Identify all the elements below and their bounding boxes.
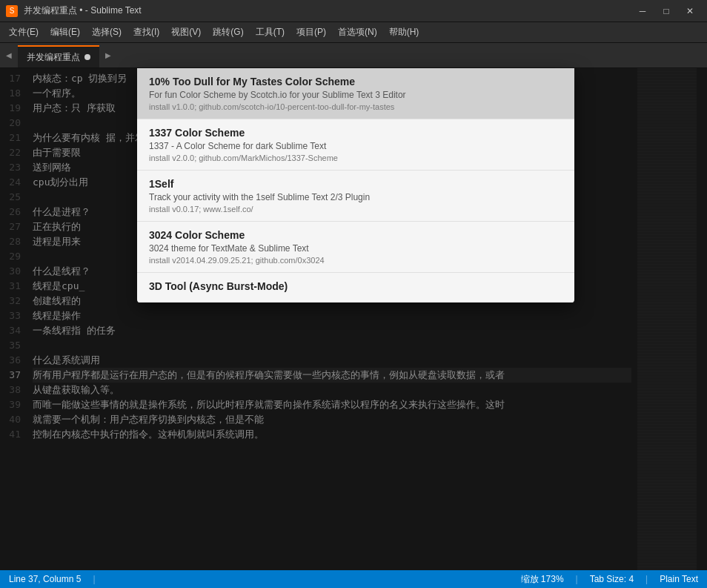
- item-desc-1: For fun Color Scheme by Scotch.io for yo…: [149, 90, 562, 100]
- status-syntax[interactable]: Plain Text: [660, 574, 698, 584]
- item-title-5: 3D Tool (Async Burst-Mode): [149, 280, 562, 292]
- menu-edit[interactable]: 编辑(E): [44, 24, 86, 41]
- item-desc-2: 1337 - A Color Scheme for dark Sublime T…: [149, 141, 562, 151]
- menu-file[interactable]: 文件(E): [3, 24, 44, 41]
- item-title-1: 10% Too Dull for My Tastes Color Scheme: [149, 76, 562, 87]
- maximize-button[interactable]: □: [655, 4, 677, 19]
- menu-tools[interactable]: 工具(T): [250, 24, 291, 41]
- status-line-col[interactable]: Line 37, Column 5: [9, 574, 81, 584]
- menu-find[interactable]: 查找(I): [127, 24, 165, 41]
- status-encoding[interactable]: 缩放 173%: [521, 573, 564, 586]
- dropdown-item-5[interactable]: 3D Tool (Async Burst-Mode): [137, 273, 574, 303]
- item-title-3: 1Self: [149, 178, 562, 190]
- app-icon: S: [6, 5, 18, 17]
- tab-label: 并发编程重点: [27, 51, 80, 64]
- item-install-4: install v2014.04.29.09.25.21; github.com…: [149, 256, 562, 265]
- menu-bar: 文件(E) 编辑(E) 选择(S) 查找(I) 视图(V) 跳转(G) 工具(T…: [0, 22, 707, 43]
- package-dropdown: 10% Too Dull for My Tastes Color Scheme …: [137, 68, 574, 303]
- menu-project[interactable]: 项目(P): [291, 24, 332, 41]
- window-title: 并发编程重点 • - Sublime Text: [24, 4, 142, 17]
- main-area: 17 18 19 20 21 22 23 24 25 26 27 28 29 3…: [0, 68, 707, 570]
- item-desc-4: 3024 theme for TextMate & Sublime Text: [149, 243, 562, 254]
- close-button[interactable]: ✕: [679, 4, 701, 19]
- tab-concurrent[interactable]: 并发编程重点: [18, 45, 99, 67]
- item-desc-3: Track your activity with the 1self Subli…: [149, 192, 562, 202]
- dropdown-item-4[interactable]: 3024 Color Scheme 3024 theme for TextMat…: [137, 222, 574, 273]
- dropdown-item-3[interactable]: 1Self Track your activity with the 1self…: [137, 171, 574, 222]
- menu-goto[interactable]: 跳转(G): [207, 24, 249, 41]
- tab-modified-dot: [84, 54, 90, 60]
- tab-right-arrow[interactable]: ▶: [99, 42, 117, 67]
- window-controls: ─ □ ✕: [631, 4, 701, 19]
- minimize-button[interactable]: ─: [631, 4, 654, 19]
- menu-preferences[interactable]: 首选项(N): [332, 24, 383, 41]
- item-title-2: 1337 Color Scheme: [149, 127, 562, 139]
- menu-select[interactable]: 选择(S): [86, 24, 127, 41]
- item-install-1: install v1.0.0; github.com/scotch-io/10-…: [149, 102, 562, 111]
- status-tab-size[interactable]: Tab Size: 4: [590, 574, 634, 584]
- dropdown-item-1[interactable]: 10% Too Dull for My Tastes Color Scheme …: [137, 68, 574, 119]
- status-bar: Line 37, Column 5 | 缩放 173% | Tab Size: …: [0, 570, 707, 588]
- menu-view[interactable]: 视图(V): [165, 24, 207, 41]
- dropdown-item-2[interactable]: 1337 Color Scheme 1337 - A Color Scheme …: [137, 119, 574, 171]
- tab-left-arrow[interactable]: ◀: [0, 42, 18, 67]
- menu-help[interactable]: 帮助(H): [383, 24, 425, 41]
- item-title-4: 3024 Color Scheme: [149, 229, 562, 241]
- item-install-3: install v0.0.17; www.1self.co/: [149, 205, 562, 214]
- tab-bar: ◀ 并发编程重点 ▶: [0, 43, 707, 68]
- item-install-2: install v2.0.0; github.com/MarkMichos/13…: [149, 153, 562, 162]
- title-bar: S 并发编程重点 • - Sublime Text ─ □ ✕: [0, 0, 707, 22]
